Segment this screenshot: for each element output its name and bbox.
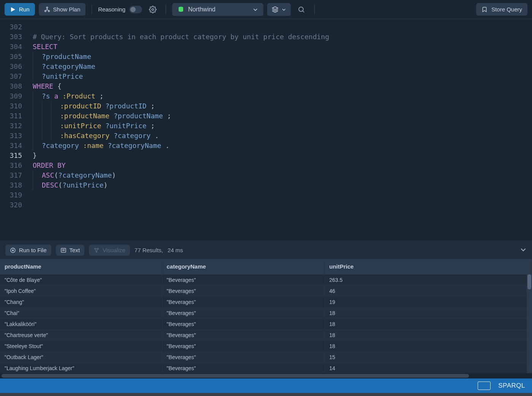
table-cell: 18 (325, 318, 532, 329)
line-number: 312 (0, 121, 22, 131)
database-selector[interactable]: Northwind (172, 3, 263, 16)
svg-point-12 (95, 248, 96, 249)
svg-point-14 (96, 251, 97, 252)
chevron-down-icon (282, 7, 286, 12)
column-header[interactable]: productName (0, 259, 162, 274)
code-line[interactable]: :hasCategory ?category . (27, 131, 532, 141)
table-cell: 14 (325, 363, 532, 373)
language-mode[interactable]: SPARQL (498, 382, 525, 390)
table-cell: "Beverages" (162, 363, 325, 373)
reasoning-label: Reasoning (98, 6, 125, 13)
code-line[interactable]: ?categoryName (27, 62, 532, 72)
code-line[interactable]: DESC(?unitPrice) (27, 180, 532, 190)
table-row[interactable]: "Lakkalikööri""Beverages"18 (0, 318, 532, 329)
run-to-file-label: Run to File (19, 247, 47, 253)
svg-point-6 (299, 7, 303, 11)
line-number: 316 (0, 161, 22, 170)
table-row[interactable]: "Chartreuse verte""Beverages"18 (0, 329, 532, 340)
scrollbar-thumb[interactable] (527, 274, 531, 289)
collapse-results-button[interactable] (520, 246, 527, 254)
keyboard-icon[interactable] (478, 382, 491, 390)
table-cell: 15 (325, 351, 532, 363)
table-cell: "Beverages" (162, 307, 325, 318)
line-number: 318 (0, 180, 22, 190)
code-line[interactable]: ASC(?categoryName) (27, 170, 532, 180)
column-header[interactable]: unitPrice (325, 259, 532, 274)
table-cell: 18 (325, 307, 532, 318)
schema-selector[interactable] (267, 3, 291, 16)
table-row[interactable]: "Ipoh Coffee""Beverages"46 (0, 285, 532, 296)
search-button[interactable] (294, 3, 308, 16)
table-cell: "Beverages" (162, 285, 325, 296)
chevron-down-icon (520, 246, 527, 253)
line-number: 302 (0, 22, 22, 32)
run-to-file-button[interactable]: Run to File (5, 245, 51, 256)
gear-icon (149, 6, 157, 13)
table-row[interactable]: "Côte de Blaye""Beverages"263.5 (0, 274, 532, 285)
code-editor[interactable]: 3023033043053063073083093103113123133143… (0, 19, 532, 241)
code-line[interactable] (27, 200, 532, 210)
code-line[interactable]: :productName ?productName ; (27, 111, 532, 121)
column-header[interactable]: categoryName (162, 259, 325, 274)
line-number: 307 (0, 72, 22, 81)
code-line[interactable]: :productID ?productID ; (27, 101, 532, 111)
code-line[interactable]: ?category :name ?categoryName . (27, 141, 532, 151)
line-number: 320 (0, 200, 22, 210)
code-line[interactable]: WHERE { (27, 81, 532, 91)
results-panel: productNamecategoryNameunitPrice "Côte d… (0, 259, 532, 373)
svg-marker-5 (272, 6, 278, 10)
toolbar-separator (92, 5, 92, 14)
play-icon (10, 6, 16, 13)
code-area[interactable]: # Query: Sort products in each product c… (27, 19, 532, 241)
horizontal-scrollbar[interactable] (0, 373, 532, 379)
reasoning-toggle[interactable] (129, 6, 142, 13)
table-cell: "Outback Lager" (0, 351, 162, 363)
layers-icon (272, 6, 279, 13)
table-cell: "Beverages" (162, 274, 325, 285)
table-row[interactable]: "Outback Lager""Beverages"15 (0, 351, 532, 363)
table-cell: 46 (325, 285, 532, 296)
scrollbar-thumb[interactable] (2, 374, 469, 378)
reasoning-control: Reasoning (98, 6, 142, 13)
text-view-button[interactable]: Text (56, 245, 85, 256)
table-cell: "Ipoh Coffee" (0, 285, 162, 296)
table-row[interactable]: "Laughing Lumberjack Lager""Beverages"14 (0, 363, 532, 373)
table-cell: 263.5 (325, 274, 532, 285)
table-cell: "Chartreuse verte" (0, 329, 162, 340)
line-number: 317 (0, 170, 22, 180)
table-cell: 18 (325, 340, 532, 351)
visualize-button[interactable]: Visualize (89, 245, 130, 256)
show-plan-button[interactable]: Show Plan (39, 3, 86, 16)
code-line[interactable]: SELECT (27, 42, 532, 52)
chevron-down-icon (253, 7, 258, 12)
table-row[interactable]: "Steeleye Stout""Beverages"18 (0, 340, 532, 351)
table-row[interactable]: "Chai""Beverages"18 (0, 307, 532, 318)
top-toolbar: Run Show Plan Reasoning Northwind Store … (0, 0, 532, 19)
table-body: "Côte de Blaye""Beverages"263.5"Ipoh Cof… (0, 274, 532, 373)
database-icon (177, 6, 184, 13)
code-line[interactable]: ?unitPrice (27, 72, 532, 81)
toolbar-separator (314, 5, 315, 14)
code-line[interactable]: ?productName (27, 52, 532, 62)
table-cell: "Beverages" (162, 329, 325, 340)
code-line[interactable] (27, 22, 532, 32)
run-button[interactable]: Run (5, 3, 35, 16)
results-toolbar: Run to File Text Visualize 77 Results, 2… (0, 241, 532, 259)
show-plan-label: Show Plan (53, 6, 81, 13)
settings-button[interactable] (146, 3, 160, 16)
store-query-label: Store Query (491, 6, 522, 13)
line-number: 311 (0, 111, 22, 121)
code-line[interactable]: ?s a :Product ; (27, 91, 532, 101)
code-line[interactable]: ORDER BY (27, 161, 532, 170)
plan-icon (44, 6, 50, 13)
store-query-button[interactable]: Store Query (476, 3, 527, 16)
code-line[interactable] (27, 190, 532, 200)
vertical-scrollbar[interactable] (527, 274, 532, 373)
code-line[interactable]: # Query: Sort products in each product c… (27, 32, 532, 42)
code-line[interactable]: } (27, 151, 532, 161)
table-cell: "Beverages" (162, 296, 325, 307)
download-circle-icon (10, 247, 16, 253)
code-line[interactable]: :unitPrice ?unitPrice ; (27, 121, 532, 131)
table-row[interactable]: "Chang""Beverages"19 (0, 296, 532, 307)
table-cell: "Chang" (0, 296, 162, 307)
